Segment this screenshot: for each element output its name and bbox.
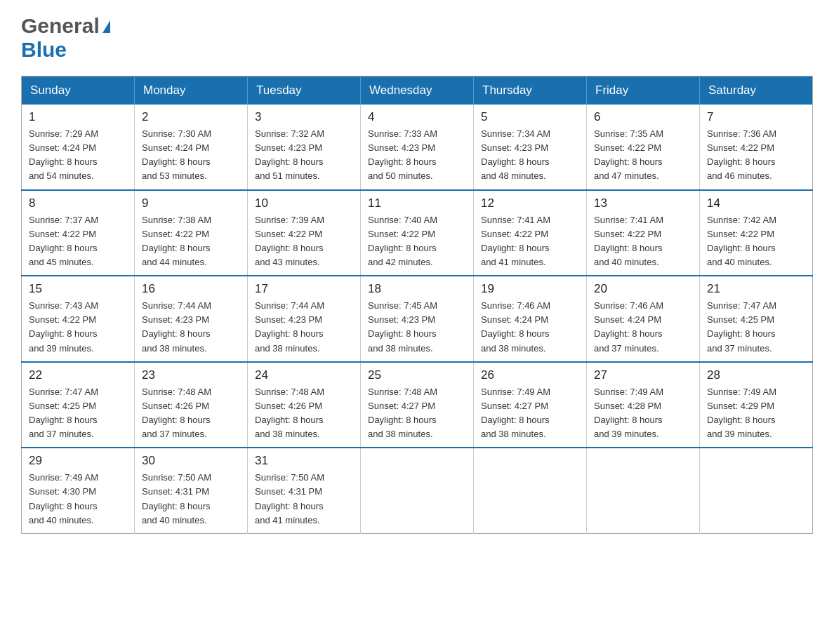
calendar-cell: 1 Sunrise: 7:29 AMSunset: 4:24 PMDayligh…: [22, 105, 135, 190]
calendar-cell: 12 Sunrise: 7:41 AMSunset: 4:22 PMDaylig…: [474, 190, 587, 276]
day-number: 21: [707, 282, 805, 296]
day-info: Sunrise: 7:49 AMSunset: 4:27 PMDaylight:…: [481, 387, 550, 439]
day-number: 2: [142, 110, 240, 124]
day-number: 14: [707, 196, 805, 210]
calendar-cell: 26 Sunrise: 7:49 AMSunset: 4:27 PMDaylig…: [474, 362, 587, 448]
calendar-week-4: 22 Sunrise: 7:47 AMSunset: 4:25 PMDaylig…: [22, 362, 813, 448]
calendar-cell: [361, 448, 474, 533]
calendar-cell: [474, 448, 587, 533]
day-info: Sunrise: 7:48 AMSunset: 4:26 PMDaylight:…: [255, 387, 324, 439]
calendar-cell: 5 Sunrise: 7:34 AMSunset: 4:23 PMDayligh…: [474, 105, 587, 190]
day-number: 13: [594, 196, 692, 210]
header-sunday: Sunday: [22, 76, 135, 105]
calendar-cell: 4 Sunrise: 7:33 AMSunset: 4:23 PMDayligh…: [361, 105, 474, 190]
calendar-cell: 27 Sunrise: 7:49 AMSunset: 4:28 PMDaylig…: [587, 362, 700, 448]
calendar-cell: 15 Sunrise: 7:43 AMSunset: 4:22 PMDaylig…: [22, 276, 135, 362]
day-info: Sunrise: 7:46 AMSunset: 4:24 PMDaylight:…: [594, 300, 663, 353]
day-number: 25: [368, 368, 466, 382]
calendar-cell: 7 Sunrise: 7:36 AMSunset: 4:22 PMDayligh…: [700, 105, 813, 190]
header-monday: Monday: [135, 76, 248, 105]
day-info: Sunrise: 7:45 AMSunset: 4:23 PMDaylight:…: [368, 300, 437, 353]
day-info: Sunrise: 7:44 AMSunset: 4:23 PMDaylight:…: [142, 300, 211, 353]
calendar-cell: 24 Sunrise: 7:48 AMSunset: 4:26 PMDaylig…: [248, 362, 361, 448]
day-number: 6: [594, 110, 692, 124]
day-info: Sunrise: 7:47 AMSunset: 4:25 PMDaylight:…: [29, 387, 98, 439]
day-info: Sunrise: 7:49 AMSunset: 4:28 PMDaylight:…: [594, 387, 663, 439]
day-number: 29: [29, 454, 127, 468]
day-number: 19: [481, 282, 579, 296]
calendar-cell: 21 Sunrise: 7:47 AMSunset: 4:25 PMDaylig…: [700, 276, 813, 362]
day-number: 16: [142, 282, 240, 296]
logo: General Blue: [21, 14, 110, 62]
day-info: Sunrise: 7:30 AMSunset: 4:24 PMDaylight:…: [142, 128, 211, 181]
day-info: Sunrise: 7:32 AMSunset: 4:23 PMDaylight:…: [255, 128, 324, 181]
calendar-cell: 29 Sunrise: 7:49 AMSunset: 4:30 PMDaylig…: [22, 448, 135, 533]
day-info: Sunrise: 7:33 AMSunset: 4:23 PMDaylight:…: [368, 128, 437, 181]
calendar-cell: 28 Sunrise: 7:49 AMSunset: 4:29 PMDaylig…: [700, 362, 813, 448]
calendar-cell: 2 Sunrise: 7:30 AMSunset: 4:24 PMDayligh…: [135, 105, 248, 190]
calendar-cell: 30 Sunrise: 7:50 AMSunset: 4:31 PMDaylig…: [135, 448, 248, 533]
calendar-header-row: SundayMondayTuesdayWednesdayThursdayFrid…: [22, 76, 813, 105]
header-wednesday: Wednesday: [361, 76, 474, 105]
calendar-cell: 11 Sunrise: 7:40 AMSunset: 4:22 PMDaylig…: [361, 190, 474, 276]
day-number: 24: [255, 368, 353, 382]
day-number: 17: [255, 282, 353, 296]
day-info: Sunrise: 7:44 AMSunset: 4:23 PMDaylight:…: [255, 300, 324, 353]
calendar-cell: 18 Sunrise: 7:45 AMSunset: 4:23 PMDaylig…: [361, 276, 474, 362]
day-number: 23: [142, 368, 240, 382]
calendar-cell: 9 Sunrise: 7:38 AMSunset: 4:22 PMDayligh…: [135, 190, 248, 276]
calendar-week-1: 1 Sunrise: 7:29 AMSunset: 4:24 PMDayligh…: [22, 105, 813, 190]
day-info: Sunrise: 7:35 AMSunset: 4:22 PMDaylight:…: [594, 128, 663, 181]
day-info: Sunrise: 7:41 AMSunset: 4:22 PMDaylight:…: [481, 215, 550, 267]
calendar-cell: 13 Sunrise: 7:41 AMSunset: 4:22 PMDaylig…: [587, 190, 700, 276]
day-info: Sunrise: 7:34 AMSunset: 4:23 PMDaylight:…: [481, 128, 550, 181]
day-info: Sunrise: 7:42 AMSunset: 4:22 PMDaylight:…: [707, 215, 776, 267]
day-number: 8: [29, 196, 127, 210]
day-info: Sunrise: 7:37 AMSunset: 4:22 PMDaylight:…: [29, 215, 98, 267]
day-number: 18: [368, 282, 466, 296]
day-number: 12: [481, 196, 579, 210]
day-number: 5: [481, 110, 579, 124]
calendar-cell: 17 Sunrise: 7:44 AMSunset: 4:23 PMDaylig…: [248, 276, 361, 362]
day-info: Sunrise: 7:48 AMSunset: 4:26 PMDaylight:…: [142, 387, 211, 439]
calendar-cell: 23 Sunrise: 7:48 AMSunset: 4:26 PMDaylig…: [135, 362, 248, 448]
header-saturday: Saturday: [700, 76, 813, 105]
calendar-cell: 6 Sunrise: 7:35 AMSunset: 4:22 PMDayligh…: [587, 105, 700, 190]
header-thursday: Thursday: [474, 76, 587, 105]
day-number: 20: [594, 282, 692, 296]
day-info: Sunrise: 7:39 AMSunset: 4:22 PMDaylight:…: [255, 215, 324, 267]
day-info: Sunrise: 7:38 AMSunset: 4:22 PMDaylight:…: [142, 215, 211, 267]
header-tuesday: Tuesday: [248, 76, 361, 105]
calendar-cell: 14 Sunrise: 7:42 AMSunset: 4:22 PMDaylig…: [700, 190, 813, 276]
day-info: Sunrise: 7:46 AMSunset: 4:24 PMDaylight:…: [481, 300, 550, 353]
day-info: Sunrise: 7:50 AMSunset: 4:31 PMDaylight:…: [142, 472, 211, 525]
day-number: 22: [29, 368, 127, 382]
header-friday: Friday: [587, 76, 700, 105]
day-info: Sunrise: 7:48 AMSunset: 4:27 PMDaylight:…: [368, 387, 437, 439]
calendar-table: SundayMondayTuesdayWednesdayThursdayFrid…: [21, 76, 813, 534]
calendar-cell: 31 Sunrise: 7:50 AMSunset: 4:31 PMDaylig…: [248, 448, 361, 533]
logo-blue-text: Blue: [21, 38, 67, 61]
calendar-cell: 20 Sunrise: 7:46 AMSunset: 4:24 PMDaylig…: [587, 276, 700, 362]
calendar-cell: 25 Sunrise: 7:48 AMSunset: 4:27 PMDaylig…: [361, 362, 474, 448]
day-number: 11: [368, 196, 466, 210]
day-info: Sunrise: 7:41 AMSunset: 4:22 PMDaylight:…: [594, 215, 663, 267]
day-info: Sunrise: 7:40 AMSunset: 4:22 PMDaylight:…: [368, 215, 437, 267]
day-info: Sunrise: 7:43 AMSunset: 4:22 PMDaylight:…: [29, 300, 98, 353]
day-number: 15: [29, 282, 127, 296]
day-number: 31: [255, 454, 353, 468]
calendar-cell: 3 Sunrise: 7:32 AMSunset: 4:23 PMDayligh…: [248, 105, 361, 190]
day-info: Sunrise: 7:49 AMSunset: 4:29 PMDaylight:…: [707, 387, 776, 439]
day-info: Sunrise: 7:49 AMSunset: 4:30 PMDaylight:…: [29, 472, 98, 525]
day-number: 10: [255, 196, 353, 210]
day-number: 4: [368, 110, 466, 124]
day-info: Sunrise: 7:47 AMSunset: 4:25 PMDaylight:…: [707, 300, 776, 353]
calendar-cell: 22 Sunrise: 7:47 AMSunset: 4:25 PMDaylig…: [22, 362, 135, 448]
day-number: 9: [142, 196, 240, 210]
day-info: Sunrise: 7:36 AMSunset: 4:22 PMDaylight:…: [707, 128, 776, 181]
day-info: Sunrise: 7:50 AMSunset: 4:31 PMDaylight:…: [255, 472, 324, 525]
day-number: 27: [594, 368, 692, 382]
day-number: 1: [29, 110, 127, 124]
logo-triangle-icon: [102, 20, 110, 33]
calendar-week-5: 29 Sunrise: 7:49 AMSunset: 4:30 PMDaylig…: [22, 448, 813, 533]
